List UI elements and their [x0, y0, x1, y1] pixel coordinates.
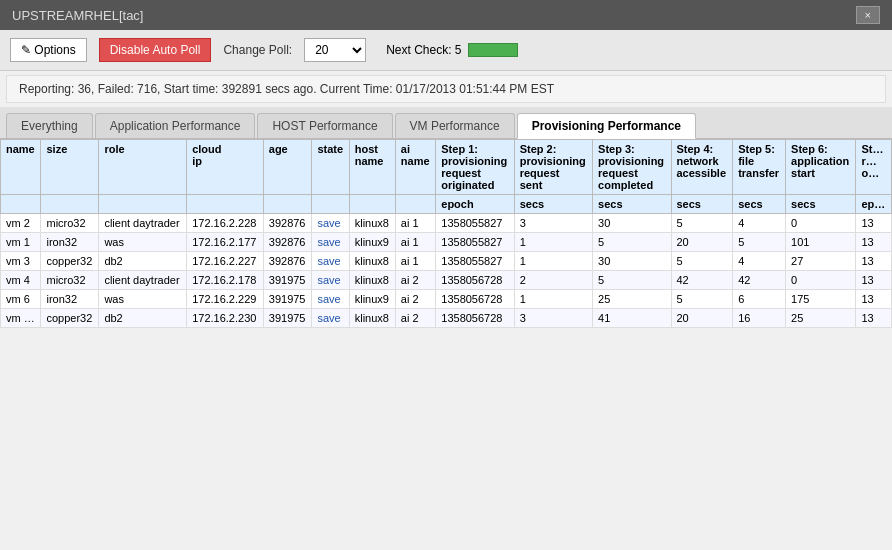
data-cell: ai 2 [395, 309, 435, 328]
col-step3[interactable]: Step 3:provisioningrequestcompleted [593, 140, 671, 195]
close-button[interactable]: × [856, 6, 880, 24]
data-cell: 30 [593, 214, 671, 233]
data-cell: 5 [671, 290, 733, 309]
data-cell: iron32 [41, 233, 99, 252]
data-cell: 391975 [263, 290, 312, 309]
data-cell: 30 [593, 252, 671, 271]
data-cell: 172.16.2.230 [187, 309, 264, 328]
tab-host-perf[interactable]: HOST Performance [257, 113, 392, 138]
data-cell: vm 3 [1, 252, 41, 271]
state-cell[interactable]: save [312, 290, 349, 309]
tab-app-perf[interactable]: Application Performance [95, 113, 256, 138]
data-cell: ai 1 [395, 233, 435, 252]
data-cell: 172.16.2.228 [187, 214, 264, 233]
col-step6[interactable]: Step 6:applicationstart [786, 140, 856, 195]
table-body: vm 2micro32client daytrader172.16.2.2283… [1, 214, 892, 328]
data-cell: 1 [514, 233, 592, 252]
data-cell: 25 [786, 309, 856, 328]
data-cell: klinux9 [349, 290, 395, 309]
state-cell[interactable]: save [312, 214, 349, 233]
data-cell: 0 [786, 214, 856, 233]
tab-everything[interactable]: Everything [6, 113, 93, 138]
data-cell: 392876 [263, 233, 312, 252]
data-cell: micro32 [41, 271, 99, 290]
tab-vm-perf[interactable]: VM Performance [395, 113, 515, 138]
col-name[interactable]: name [1, 140, 41, 195]
data-cell: 391975 [263, 271, 312, 290]
subhdr-name [1, 195, 41, 214]
subhdr-step3: secs [593, 195, 671, 214]
data-cell: 1358055827 [436, 252, 514, 271]
data-cell: client daytrader [99, 271, 187, 290]
data-cell: micro32 [41, 214, 99, 233]
data-cell: 13 [856, 252, 892, 271]
options-button[interactable]: ✎ Options [10, 38, 87, 62]
tabs: Everything Application Performance HOST … [0, 107, 892, 139]
data-cell: 1358056728 [436, 290, 514, 309]
data-cell: vm 2 [1, 214, 41, 233]
data-cell: 5 [733, 233, 786, 252]
col-step1[interactable]: Step 1:provisioningrequestoriginated [436, 140, 514, 195]
subhdr-size [41, 195, 99, 214]
data-cell: klinux8 [349, 214, 395, 233]
data-cell: client daytrader [99, 214, 187, 233]
col-age[interactable]: age [263, 140, 312, 195]
tab-prov-perf[interactable]: Provisioning Performance [517, 113, 696, 139]
data-cell: klinux9 [349, 233, 395, 252]
data-cell: 2 [514, 271, 592, 290]
data-cell: 1358056728 [436, 271, 514, 290]
data-cell: 4 [733, 252, 786, 271]
state-cell[interactable]: save [312, 233, 349, 252]
window-title: UPSTREAMRHEL[tac] [12, 8, 143, 23]
col-step5[interactable]: Step 5:filetransfer [733, 140, 786, 195]
subhdr-step7: ep… [856, 195, 892, 214]
state-cell[interactable]: save [312, 252, 349, 271]
subhdr-role [99, 195, 187, 214]
data-cell: 172.16.2.227 [187, 252, 264, 271]
data-cell: ai 1 [395, 214, 435, 233]
data-cell: db2 [99, 252, 187, 271]
col-state[interactable]: state [312, 140, 349, 195]
state-cell[interactable]: save [312, 271, 349, 290]
subhdr-cloud-ip [187, 195, 264, 214]
data-cell: 5 [671, 214, 733, 233]
table-row: vm 2micro32client daytrader172.16.2.2283… [1, 214, 892, 233]
disable-auto-poll-button[interactable]: Disable Auto Poll [99, 38, 212, 62]
data-cell: 391975 [263, 309, 312, 328]
data-cell: 27 [786, 252, 856, 271]
table-row: vm 6iron32was172.16.2.229391975saveklinu… [1, 290, 892, 309]
toolbar: ✎ Options Disable Auto Poll Change Poll:… [0, 30, 892, 71]
title-bar: UPSTREAMRHEL[tac] × [0, 0, 892, 30]
next-check-label: Next Check: 5 [386, 43, 461, 57]
data-cell: 1358055827 [436, 214, 514, 233]
col-cloud-ip[interactable]: cloudip [187, 140, 264, 195]
data-cell: 1358055827 [436, 233, 514, 252]
data-cell: 20 [671, 233, 733, 252]
data-cell: 42 [733, 271, 786, 290]
data-cell: 13 [856, 233, 892, 252]
data-table: name size role cloudip age state hostnam… [0, 139, 892, 328]
data-cell: 13 [856, 309, 892, 328]
col-role[interactable]: role [99, 140, 187, 195]
state-cell[interactable]: save [312, 309, 349, 328]
col-size[interactable]: size [41, 140, 99, 195]
data-cell: 5 [593, 233, 671, 252]
data-cell: 392876 [263, 252, 312, 271]
data-cell: 3 [514, 214, 592, 233]
col-host-name[interactable]: hostname [349, 140, 395, 195]
data-cell: 175 [786, 290, 856, 309]
poll-select[interactable]: 20 5 10 30 60 [304, 38, 366, 62]
table-row: vm 4micro32client daytrader172.16.2.1783… [1, 271, 892, 290]
col-step7[interactable]: St…r…o… [856, 140, 892, 195]
subhdr-state [312, 195, 349, 214]
table-row: vm …copper32db2172.16.2.230391975savekli… [1, 309, 892, 328]
reporting-text: Reporting: 36, Failed: 716, Start time: … [19, 82, 554, 96]
data-cell: 172.16.2.178 [187, 271, 264, 290]
data-cell: vm 1 [1, 233, 41, 252]
data-cell: 42 [671, 271, 733, 290]
data-cell: copper32 [41, 309, 99, 328]
col-step2[interactable]: Step 2:provisioningrequestsent [514, 140, 592, 195]
col-step4[interactable]: Step 4:networkacessible [671, 140, 733, 195]
data-cell: 20 [671, 309, 733, 328]
col-ai-name[interactable]: ainame [395, 140, 435, 195]
